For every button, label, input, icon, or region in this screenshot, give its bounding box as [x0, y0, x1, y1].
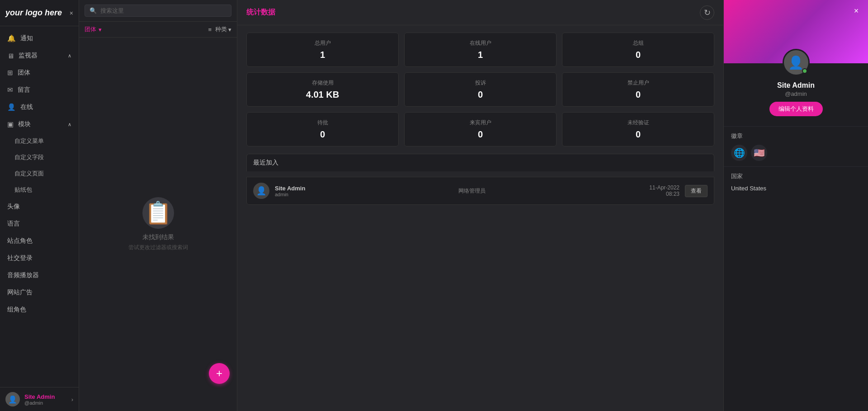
sidebar-item-notification[interactable]: 🔔 通知 [0, 30, 79, 47]
footer-arrow-icon: › [71, 396, 73, 403]
stat-value-1: 1 [478, 50, 483, 60]
sidebar-item-module[interactable]: ▣ 模块 ∧ [0, 116, 79, 133]
stat-value-3: 4.01 KB [306, 90, 339, 100]
close-panel-button[interactable]: × [850, 5, 863, 17]
sidebar-item-monitor[interactable]: 🖥 监视器 ∧ [0, 47, 79, 64]
empty-state: 📋 未找到结果 尝试更改过滤器或搜索词 [79, 38, 237, 411]
main-header: 统计数据 ↻ [237, 0, 723, 25]
sidebar-item-group_role[interactable]: 组角色 [0, 301, 79, 318]
nav-icon-notification: 🔔 [7, 34, 16, 43]
sidebar-footer[interactable]: 👤 Site Admin @admin › [0, 387, 79, 411]
middle-panel: 🔍 团体 ▾ ≡ 种类 ▾ 📋 未找到结果 尝试更改过滤器或搜索词 + [79, 0, 237, 411]
stat-label-0: 总用户 [315, 39, 331, 47]
footer-user-name: Site Admin [24, 393, 55, 400]
sort-button[interactable]: 种类 ▾ [215, 25, 231, 33]
right-panel: × 👤 Site Admin @admin 编辑个人资料 徽章 🌐🇺🇸 国家 U… [723, 0, 868, 411]
sort-label: 种类 [215, 25, 227, 33]
stat-value-2: 0 [636, 50, 641, 60]
stat-label-8: 未经验证 [627, 119, 649, 127]
nav-label-language: 语言 [7, 220, 20, 228]
stat-card-0: 总用户 1 [246, 33, 399, 67]
stat-label-1: 在线用户 [470, 39, 491, 47]
stat-value-5: 0 [636, 90, 641, 100]
profile-info: Site Admin @admin 编辑个人资料 [724, 81, 868, 126]
search-input[interactable] [100, 7, 226, 14]
stat-card-3: 存储使用 4.01 KB [246, 72, 399, 107]
nav-icon-monitor: 🖥 [7, 52, 14, 60]
stat-card-6: 待批 0 [246, 112, 399, 146]
stats-grid: 总用户 1 在线用户 1 总组 0 存储使用 4.01 KB 投诉 0 禁止用户… [237, 25, 723, 154]
middle-toolbar: 团体 ▾ ≡ 种类 ▾ [79, 22, 237, 38]
profile-name: Site Admin [731, 81, 861, 90]
sidebar-item-site_ads[interactable]: 网站广告 [0, 284, 79, 301]
view-user-button[interactable]: 查看 [685, 185, 708, 197]
nav-label-site_ads: 网站广告 [7, 288, 33, 297]
search-wrapper: 🔍 [85, 5, 231, 17]
sidebar-item-avatar[interactable]: 头像 [0, 198, 79, 215]
sidebar-item-message[interactable]: ✉ 留言 [0, 81, 79, 99]
empty-icon: 📋 [142, 197, 174, 229]
main-content: 统计数据 ↻ 总用户 1 在线用户 1 总组 0 存储使用 4.01 KB 投诉… [237, 0, 723, 411]
table-row: 👤 Site Admin admin 网络管理员 11-Apr-202208:2… [247, 177, 714, 204]
nav-label-module: 模块 [18, 120, 31, 128]
badges-row: 🌐🇺🇸 [731, 145, 861, 161]
nav-icon-group: ⊞ [7, 69, 13, 77]
search-bar: 🔍 [79, 0, 237, 22]
recent-section: 最近加入 👤 Site Admin admin 网络管理员 11-Apr-202… [237, 154, 723, 212]
nav-label-avatar: 头像 [7, 203, 20, 211]
nav-label-audio_player: 音频播放器 [7, 271, 39, 279]
nav-label-group: 团体 [18, 69, 30, 77]
country-section: 国家 United States [724, 166, 868, 197]
nav-label-social_login: 社交登录 [7, 254, 33, 262]
country-title: 国家 [731, 172, 861, 180]
sidebar-item-social_login[interactable]: 社交登录 [0, 250, 79, 267]
stat-label-4: 投诉 [475, 79, 486, 87]
main-title: 统计数据 [246, 8, 275, 17]
sidebar-item-group[interactable]: ⊞ 团体 [0, 64, 79, 81]
country-value: United States [731, 185, 861, 192]
nav-arrow-module: ∧ [68, 122, 71, 128]
stat-value-7: 0 [478, 129, 483, 140]
badge-item-0: 🌐 [731, 145, 747, 161]
stat-card-7: 来宾用户 0 [404, 112, 557, 146]
nav-label-notification: 通知 [20, 34, 33, 43]
badge-item-1: 🇺🇸 [751, 145, 767, 161]
stat-card-4: 投诉 0 [404, 72, 557, 107]
fab-add-button[interactable]: + [209, 363, 230, 384]
group-chevron-icon: ▾ [99, 26, 102, 33]
stat-value-0: 1 [320, 50, 325, 60]
recent-user-avatar: 👤 [253, 183, 269, 199]
recent-section-title: 最近加入 [246, 154, 714, 171]
empty-subtitle: 尝试更改过滤器或搜索词 [128, 244, 188, 251]
nav-icon-module: ▣ [7, 120, 14, 128]
group-filter-label: 团体 [85, 25, 96, 33]
filter-icon-button[interactable]: ≡ [208, 26, 212, 33]
sidebar-nav: 🔔 通知 🖥 监视器 ∧ ⊞ 团体 ✉ 留言 👤 在线 ▣ [0, 26, 79, 387]
group-filter-button[interactable]: 团体 ▾ [85, 25, 102, 33]
stat-value-4: 0 [478, 90, 483, 100]
recent-table: 👤 Site Admin admin 网络管理员 11-Apr-202208:2… [246, 177, 714, 205]
online-status-dot [802, 68, 807, 74]
profile-banner: × 👤 [724, 0, 868, 63]
sidebar-item-custom_field[interactable]: 自定义字段 [0, 149, 79, 165]
sidebar-item-custom_page[interactable]: 自定义页面 [0, 165, 79, 182]
stat-label-3: 存储使用 [312, 79, 334, 87]
stat-card-2: 总组 0 [562, 33, 714, 67]
nav-icon-online: 👤 [7, 103, 16, 111]
close-sidebar-button[interactable]: × [70, 9, 73, 17]
logo: your logo here [5, 8, 62, 18]
refresh-button[interactable]: ↻ [700, 5, 714, 20]
sidebar-item-online[interactable]: 👤 在线 [0, 99, 79, 116]
search-icon: 🔍 [90, 7, 97, 14]
sidebar-item-audio_player[interactable]: 音频播放器 [0, 267, 79, 284]
stat-label-5: 禁止用户 [627, 79, 649, 87]
badges-section: 徽章 🌐🇺🇸 [724, 126, 868, 166]
footer-user-handle: @admin [24, 400, 55, 406]
sidebar-item-custom_menu[interactable]: 自定义菜单 [0, 133, 79, 149]
sidebar-header: your logo here × [0, 0, 79, 26]
edit-profile-button[interactable]: 编辑个人资料 [769, 102, 823, 116]
sidebar-item-language[interactable]: 语言 [0, 215, 79, 232]
recent-user-name: Site Admin [275, 185, 305, 192]
sidebar-item-site_role[interactable]: 站点角色 [0, 232, 79, 250]
sidebar-item-sticker[interactable]: 贴纸包 [0, 182, 79, 198]
